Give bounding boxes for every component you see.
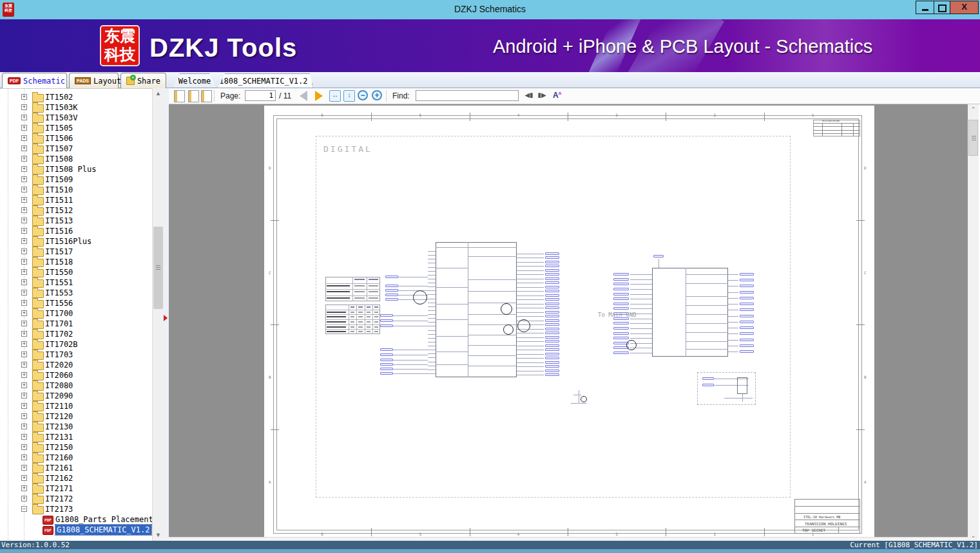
tree-item-it1702b[interactable]: +IT1702B — [0, 339, 152, 350]
page-number-input[interactable] — [245, 90, 276, 101]
find-next-icon[interactable]: ▮▶ — [537, 91, 546, 99]
expand-icon[interactable]: + — [21, 269, 27, 275]
expand-icon[interactable]: + — [21, 362, 27, 368]
tree-item-it1502[interactable]: +IT1502 — [0, 92, 152, 102]
viewer-vscrollbar[interactable]: ⌃ ⌄ — [968, 104, 979, 541]
tab-close-icon[interactable]: x — [312, 76, 316, 86]
tree-item-it1700[interactable]: +IT1700 — [0, 308, 152, 319]
tree-item-it2120[interactable]: +IT2120 — [0, 411, 152, 422]
expand-icon[interactable]: + — [21, 444, 27, 450]
expand-icon[interactable]: + — [21, 135, 27, 141]
expand-icon[interactable]: + — [21, 300, 27, 306]
tree-item-it1508[interactable]: +IT1508 — [0, 154, 152, 164]
expand-icon[interactable]: + — [21, 228, 27, 234]
tree-item-it1512[interactable]: +IT1512 — [0, 205, 152, 216]
expand-icon[interactable]: + — [21, 351, 27, 357]
expand-icon[interactable]: + — [21, 125, 27, 131]
tree-item-it1518[interactable]: +IT1518 — [0, 257, 152, 267]
expand-icon[interactable]: + — [21, 218, 27, 223]
splitter-collapse-icon[interactable] — [164, 315, 168, 321]
expand-icon[interactable]: + — [21, 465, 27, 471]
tree-item-it1508-plus[interactable]: +IT1508 Plus — [0, 164, 152, 174]
tree-item-it1506[interactable]: +IT1506 — [0, 133, 152, 144]
tree-item-it2020[interactable]: +IT2020 — [0, 360, 152, 370]
expand-icon[interactable]: + — [21, 403, 27, 409]
zoom-out-icon[interactable]: − — [358, 90, 368, 100]
tab-document-active[interactable]: G1808_SCHEMATIC_V1.2 x — [218, 73, 313, 88]
expand-icon[interactable]: + — [21, 238, 27, 244]
tree-item-it1703[interactable]: +IT1703 — [0, 350, 152, 360]
expand-icon[interactable]: + — [21, 187, 27, 192]
tree-item-g1808-parts-placement[interactable]: PDFG1808_Parts Placement — [0, 514, 152, 525]
minimize-button[interactable] — [916, 1, 934, 14]
expand-icon[interactable]: + — [21, 310, 27, 316]
tree-item-it1551[interactable]: +IT1551 — [0, 277, 152, 288]
scroll-down-icon[interactable]: ▼ — [153, 530, 164, 541]
tree-item-it2150[interactable]: +IT2150 — [0, 442, 152, 453]
expand-icon[interactable]: + — [21, 104, 27, 110]
scroll-up-icon[interactable]: ⌃ — [968, 104, 979, 115]
tab-share[interactable]: + Share — [120, 73, 166, 88]
tree-item-it1553[interactable]: +IT1553 — [0, 288, 152, 298]
zoom-in-icon[interactable]: + — [372, 90, 382, 100]
tree-item-it2171[interactable]: +IT2171 — [0, 483, 152, 494]
expand-icon[interactable]: + — [21, 434, 27, 440]
tree-item-it1516[interactable]: +IT1516 — [0, 226, 152, 236]
font-size-icon[interactable]: Aa — [553, 90, 561, 100]
expand-icon[interactable]: + — [21, 413, 27, 419]
tree-item-it2160[interactable]: +IT2160 — [0, 453, 152, 463]
expand-icon[interactable]: + — [21, 424, 27, 429]
tree-item-it1503k[interactable]: +IT1503K — [0, 102, 152, 113]
tree-item-it1513[interactable]: +IT1513 — [0, 216, 152, 226]
single-page-icon[interactable] — [174, 90, 185, 102]
expand-icon[interactable]: + — [21, 156, 27, 162]
tree-item-it2060[interactable]: +IT2060 — [0, 370, 152, 380]
viewer-vscrollbar-thumb[interactable] — [968, 120, 978, 156]
fit-page-icon[interactable]: ↕ — [343, 90, 355, 102]
collapse-icon[interactable]: − — [21, 506, 27, 512]
expand-icon[interactable]: + — [21, 207, 27, 213]
expand-icon[interactable]: + — [21, 279, 27, 285]
maximize-button[interactable] — [934, 1, 950, 14]
sidebar-scrollbar-thumb[interactable] — [153, 227, 163, 309]
tab-schematic[interactable]: PDF Schematic — [2, 73, 67, 88]
tree-item-it2090[interactable]: +IT2090 — [0, 391, 152, 401]
expand-icon[interactable]: + — [21, 197, 27, 203]
expand-icon[interactable]: + — [21, 393, 27, 398]
expand-icon[interactable]: + — [21, 145, 27, 151]
tree-item-it1550[interactable]: +IT1550 — [0, 267, 152, 277]
copy-page-icon[interactable] — [188, 90, 199, 102]
tree-item-it2162[interactable]: +IT2162 — [0, 473, 152, 483]
tree-item-it1510[interactable]: +IT1510 — [0, 185, 152, 195]
next-page-icon[interactable] — [315, 91, 323, 101]
tree-item-it2173[interactable]: −IT2173 — [0, 504, 152, 514]
expand-icon[interactable]: + — [21, 176, 27, 182]
expand-icon[interactable]: + — [21, 475, 27, 481]
sidebar-scrollbar[interactable]: ▲ ▼ — [152, 88, 163, 541]
tree-item-it2161[interactable]: +IT2161 — [0, 463, 152, 473]
tree-item-it1503v[interactable]: +IT1503V — [0, 113, 152, 123]
expand-icon[interactable]: + — [21, 372, 27, 378]
expand-icon[interactable]: + — [21, 321, 27, 326]
expand-icon[interactable]: + — [21, 290, 27, 295]
find-previous-icon[interactable]: ◀▮ — [524, 91, 533, 99]
close-button[interactable]: X — [950, 1, 979, 14]
expand-icon[interactable]: + — [21, 382, 27, 388]
find-input[interactable] — [416, 90, 519, 101]
tree-item-it1507[interactable]: +IT1507 — [0, 144, 152, 154]
expand-icon[interactable]: + — [21, 485, 27, 491]
expand-icon[interactable]: + — [21, 259, 27, 265]
previous-page-icon[interactable] — [300, 91, 307, 101]
expand-icon[interactable]: + — [21, 166, 27, 172]
tree-item-it1702[interactable]: +IT1702 — [0, 329, 152, 339]
tree-item-it1516plus[interactable]: +IT1516Plus — [0, 236, 152, 247]
expand-icon[interactable]: + — [21, 94, 27, 100]
expand-icon[interactable]: + — [21, 455, 27, 460]
tree-item-it1701[interactable]: +IT1701 — [0, 319, 152, 329]
scroll-down-icon[interactable]: ⌄ — [968, 530, 979, 541]
expand-icon[interactable]: + — [21, 248, 27, 254]
tree-item-it2131[interactable]: +IT2131 — [0, 432, 152, 442]
tab-layout[interactable]: PADS Layout — [69, 73, 119, 88]
expand-icon[interactable]: + — [21, 331, 27, 337]
fit-width-icon[interactable]: ↔ — [329, 90, 341, 102]
